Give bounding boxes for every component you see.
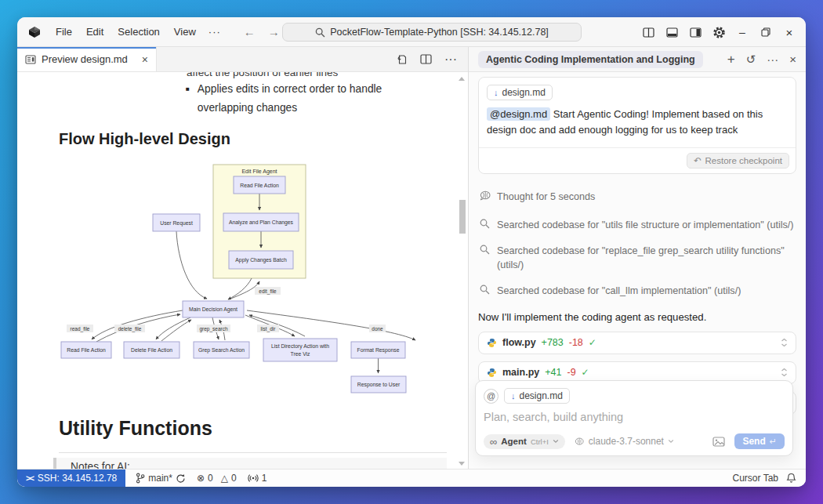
markdown-preview-icon xyxy=(25,55,36,64)
tab-close-icon[interactable]: × xyxy=(142,53,148,66)
tab-label: Preview design.md xyxy=(42,53,128,65)
menu-file[interactable]: File xyxy=(49,23,79,41)
context-file-chip[interactable]: ↓ design.md xyxy=(504,388,570,404)
history-icon[interactable]: ↺ xyxy=(746,53,756,65)
expand-chevron-icon[interactable] xyxy=(781,338,788,347)
open-changes-icon[interactable] xyxy=(396,53,408,65)
layout-panel-icon[interactable] xyxy=(660,17,683,47)
restore-checkpoint-button[interactable]: ↶ Restore checkpoint xyxy=(687,153,789,169)
settings-gear-icon[interactable] xyxy=(707,17,731,47)
editor-panel: Preview design.md × ··· xyxy=(17,47,468,469)
error-icon: ⊗ xyxy=(197,473,205,484)
chat-composer: @ ↓ design.md Plan, search, build anythi… xyxy=(475,380,793,456)
window-restore-button[interactable] xyxy=(754,17,778,47)
branch-icon xyxy=(136,473,145,484)
svg-text:User Request: User Request xyxy=(160,220,193,227)
svg-text:Delete File Action: Delete File Action xyxy=(131,347,172,353)
command-search-input[interactable]: PocketFlow-Template-Python [SSH: 34.145.… xyxy=(282,23,582,42)
split-editor-icon[interactable] xyxy=(420,54,432,64)
mode-selector[interactable]: ∞ Agent Ctrl+I xyxy=(484,434,565,449)
brain-icon xyxy=(480,190,491,201)
svg-text:Main Decision Agent: Main Decision Agent xyxy=(189,306,237,313)
svg-text:Analyze and Plan Changes: Analyze and Plan Changes xyxy=(229,219,294,226)
edited-file-card-flow[interactable]: flow.py +783 -18 ✓ xyxy=(478,332,796,354)
scrollbar-thumb[interactable] xyxy=(459,200,466,234)
svg-text:list_dir: list_dir xyxy=(261,326,277,332)
warning-icon: △ xyxy=(221,473,228,484)
sync-icon xyxy=(176,473,186,484)
chat-close-icon[interactable]: × xyxy=(789,53,796,65)
menu-edit[interactable]: Edit xyxy=(79,23,111,41)
undo-icon: ↶ xyxy=(694,155,702,166)
add-context-button[interactable]: @ xyxy=(484,389,499,404)
search-row[interactable]: Searched codebase for "call_llm implemen… xyxy=(478,284,796,298)
remote-icon: >< xyxy=(26,473,33,483)
window-minimize-button[interactable]: – xyxy=(731,17,754,47)
main-area: Preview design.md × ··· xyxy=(17,47,806,469)
ports-indicator[interactable]: 1 xyxy=(242,470,273,487)
markdown-file-icon: ↓ xyxy=(511,391,516,401)
user-message-text: @design.md Start Agentic Coding! Impleme… xyxy=(479,100,796,147)
editor-more-actions-icon[interactable]: ··· xyxy=(444,53,457,67)
divider xyxy=(59,452,447,453)
bullet-icon: ■ xyxy=(186,80,190,118)
search-value: PocketFlow-Template-Python [SSH: 34.145.… xyxy=(330,27,549,38)
nav-back-icon[interactable]: ← xyxy=(244,25,256,38)
svg-text:grep_search: grep_search xyxy=(199,326,228,332)
flow-diagram: Edit File Agent xyxy=(59,161,466,396)
clipped-text-line: affect the position of earlier lines xyxy=(187,72,338,78)
chat-input[interactable]: Plan, search, build anything xyxy=(484,411,785,423)
model-selector[interactable]: claude-3.7-sonnet xyxy=(575,436,674,447)
layout-split-editor-icon[interactable] xyxy=(636,17,660,47)
send-button[interactable]: Send ↵ xyxy=(734,433,785,449)
titlebar: File Edit Selection View ··· ← → PocketF… xyxy=(17,17,806,47)
problems-indicator[interactable]: ⊗ 0 △ 0 xyxy=(191,470,242,487)
expand-chevron-icon[interactable] xyxy=(781,368,788,377)
new-chat-icon[interactable]: + xyxy=(727,53,735,66)
success-check-icon: ✓ xyxy=(589,337,596,348)
chat-body: ↓ design.md @design.md Start Agentic Cod… xyxy=(469,72,806,469)
assistant-reply-text: Now I'll implement the coding agent as r… xyxy=(478,311,796,323)
window-close-button[interactable]: × xyxy=(778,17,801,47)
markdown-file-icon: ↓ xyxy=(494,88,499,97)
cursor-logo-icon xyxy=(28,26,41,38)
python-file-icon xyxy=(487,368,497,378)
chat-tab-title[interactable]: Agentic Coding Implementation and Loggin… xyxy=(478,51,703,68)
attach-image-icon[interactable] xyxy=(712,437,725,447)
infinity-icon: ∞ xyxy=(490,437,497,447)
chat-panel: Agentic Coding Implementation and Loggin… xyxy=(468,47,806,469)
svg-text:Grep Search Action: Grep Search Action xyxy=(198,347,245,354)
nav-forward-icon[interactable]: → xyxy=(268,25,280,38)
git-branch-indicator[interactable]: main* xyxy=(130,470,191,487)
user-message-card: ↓ design.md @design.md Start Agentic Cod… xyxy=(478,77,796,174)
svg-text:Format Response: Format Response xyxy=(357,347,399,354)
statusbar: >< SSH: 34.145.12.78 main* ⊗ 0 △ 0 xyxy=(17,469,806,487)
app-window: File Edit Selection View ··· ← → PocketF… xyxy=(17,17,806,487)
search-row[interactable]: Searched codebase for "utils file struct… xyxy=(478,218,796,232)
svg-text:edit_file: edit_file xyxy=(259,288,277,295)
remote-ssh-indicator[interactable]: >< SSH: 34.145.12.78 xyxy=(17,470,125,487)
markdown-preview-pane: affect the position of earlier lines ■ A… xyxy=(17,72,468,469)
svg-text:read_file: read_file xyxy=(71,326,90,332)
cursor-tab-status[interactable]: Cursor Tab xyxy=(733,473,778,484)
menu-selection[interactable]: Selection xyxy=(111,23,166,41)
scroll-up-icon[interactable] xyxy=(459,77,465,81)
editor-tabbar: Preview design.md × ··· xyxy=(17,47,468,72)
attached-file-chip[interactable]: ↓ design.md xyxy=(487,85,553,100)
menu-view[interactable]: View xyxy=(167,23,203,41)
menu-more-icon[interactable]: ··· xyxy=(203,23,227,41)
scroll-down-icon[interactable] xyxy=(459,462,465,466)
heading-utility-functions: Utility Functions xyxy=(59,417,212,440)
enter-icon: ↵ xyxy=(770,437,777,447)
bell-icon[interactable] xyxy=(786,473,796,484)
search-icon xyxy=(480,219,490,229)
brain-icon xyxy=(575,437,585,446)
thought-row[interactable]: Thought for 5 seconds xyxy=(478,190,796,204)
chat-more-icon[interactable]: ··· xyxy=(767,53,778,65)
search-icon xyxy=(480,285,490,295)
search-row[interactable]: Searched codebase for "replace_file grep… xyxy=(478,244,785,273)
file-mention[interactable]: @design.md xyxy=(487,107,550,121)
tab-preview-design-md[interactable]: Preview design.md × xyxy=(17,47,157,71)
layout-secondary-sidebar-icon[interactable] xyxy=(683,17,707,47)
chevron-down-icon xyxy=(553,439,559,444)
